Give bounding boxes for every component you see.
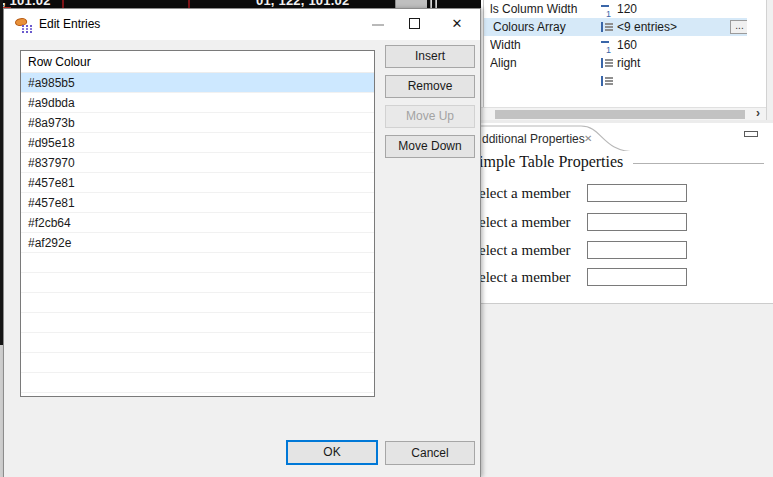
list-item[interactable]: #af292e (21, 233, 374, 253)
list-item[interactable]: #837970 (21, 153, 374, 173)
tab-additional-properties[interactable]: dditional Properties (482, 132, 585, 146)
close-icon: ✕ (441, 16, 473, 31)
member-label: elect a member (479, 242, 571, 259)
property-value: 120 (617, 2, 637, 16)
edit-entries-app-icon (15, 16, 32, 33)
member-label: elect a member (479, 185, 571, 202)
remove-button[interactable]: Remove (385, 75, 475, 98)
properties-panel: ls Column Width 120 Colours Array <9 ent… (481, 0, 773, 477)
list-item[interactable]: #d95e18 (21, 133, 374, 153)
cancel-button[interactable]: Cancel (385, 441, 475, 465)
scroll-right-arrow-icon[interactable]: › (751, 106, 765, 120)
row-colour-list[interactable]: Row Colour #a985b5 #a9dbda #8a973b #d95e… (20, 50, 375, 397)
list-empty-row[interactable] (21, 373, 374, 393)
list-empty-row[interactable] (21, 293, 374, 313)
list-column-header: Row Colour (21, 51, 374, 73)
maximize-icon (409, 18, 420, 29)
close-button[interactable]: ✕ (441, 9, 473, 38)
move-up-button: Move Up (385, 105, 475, 128)
group-title-rule (633, 163, 764, 164)
member-input-4[interactable] (587, 268, 687, 286)
edit-entries-dialog: Edit Entries ✕ Row Colour #a985b5 #a9dbd… (3, 8, 481, 477)
minimize-icon (372, 24, 384, 26)
list-item[interactable]: #457e81 (21, 173, 374, 193)
property-label: Width (490, 36, 595, 54)
list-icon (600, 57, 614, 69)
member-label: elect a member (479, 269, 571, 286)
member-input-3[interactable] (587, 241, 687, 259)
property-row-align[interactable]: Align right (484, 54, 747, 72)
simple-table-properties-section: imple Table Properties elect a member el… (481, 151, 773, 303)
list-icon (600, 75, 614, 87)
integer-icon (600, 3, 614, 15)
integer-icon (600, 39, 614, 51)
member-row: elect a member (479, 213, 771, 231)
tab-close-icon[interactable]: ✕ (584, 133, 592, 144)
list-empty-row[interactable] (21, 253, 374, 273)
move-down-button[interactable]: Move Down (385, 135, 475, 158)
list-item[interactable]: #457e81 (21, 193, 374, 213)
dialog-title: Edit Entries (39, 17, 100, 31)
group-title: imple Table Properties (479, 153, 623, 171)
list-empty-row[interactable] (21, 333, 374, 353)
dialog-titlebar[interactable]: Edit Entries ✕ (4, 9, 480, 40)
member-input-1[interactable] (587, 184, 687, 202)
property-value: <9 entries> (617, 20, 677, 34)
property-row-empty[interactable] (484, 72, 747, 90)
list-empty-row[interactable] (21, 313, 374, 333)
edit-entries-ellipsis-button[interactable]: ... (730, 20, 747, 34)
property-label: ls Column Width (490, 0, 595, 18)
property-row-colours-array[interactable]: Colours Array <9 entries> ... (484, 18, 747, 36)
member-input-2[interactable] (587, 213, 687, 231)
property-label: Align (490, 54, 595, 72)
property-value: 160 (617, 38, 637, 52)
maximize-button[interactable] (399, 9, 431, 38)
list-item[interactable]: #a985b5 (21, 73, 374, 93)
list-item[interactable]: #a9dbda (21, 93, 374, 113)
list-icon (600, 21, 614, 33)
additional-properties-view: dditional Properties ✕ (481, 120, 773, 151)
list-item[interactable]: #f2cb64 (21, 213, 374, 233)
insert-button[interactable]: Insert (385, 45, 475, 68)
property-row-column-width[interactable]: ls Column Width 120 (484, 0, 747, 18)
property-row-width[interactable]: Width 160 (484, 36, 747, 54)
minimize-button (362, 9, 394, 38)
ok-button[interactable]: OK (286, 440, 378, 465)
minimize-view-icon[interactable] (744, 131, 758, 137)
list-item[interactable]: #8a973b (21, 113, 374, 133)
vertical-scrollbar[interactable] (766, 0, 773, 122)
property-label: Colours Array (493, 18, 598, 36)
strip-right-value: 01, 122, 101.02 (256, 0, 349, 8)
member-label: elect a member (479, 214, 571, 231)
list-empty-row[interactable] (21, 353, 374, 373)
list-empty-row[interactable] (21, 273, 374, 293)
scrollbar-thumb[interactable] (495, 110, 745, 119)
member-row: elect a member (479, 241, 771, 259)
panel-lower-area (481, 303, 773, 477)
member-row: elect a member (479, 184, 771, 202)
member-row: elect a member (479, 268, 771, 286)
horizontal-scrollbar[interactable]: › (481, 107, 766, 120)
property-value: right (617, 56, 640, 70)
